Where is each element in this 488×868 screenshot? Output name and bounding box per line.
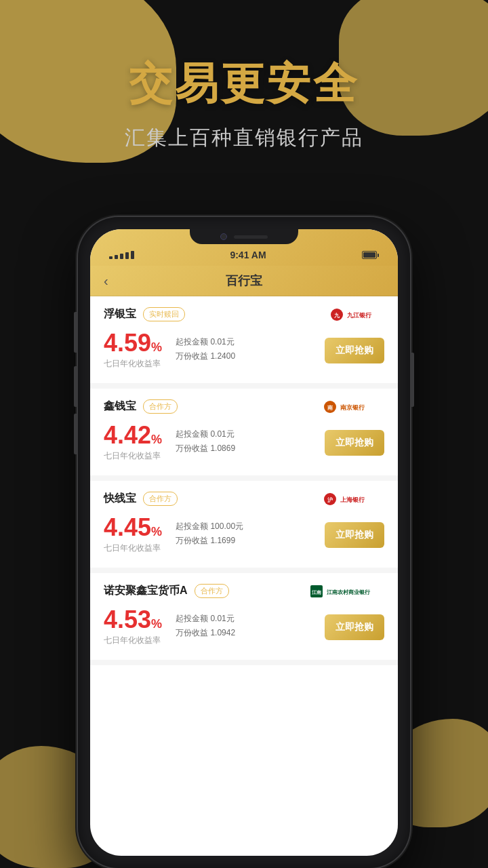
svg-text:江南: 江南 [312,589,321,595]
info-section-2: 起投金额 0.01元 万份收益 1.0869 [162,429,325,457]
product-card-4: 诺安聚鑫宝货币A 合作方 江南 江南农村商业银行 [90,573,398,660]
product-body-1: 4.59% 七日年化收益率 起投金额 0.01元 万份收益 1.2400 立即抢… [104,331,384,370]
phone-inner: 9:41 AM ‹ 百行宝 浮银宝 实时赎回 [90,229,398,856]
yield-1: 万份收益 1.2400 [176,351,311,362]
rate-value-1: 4.59% [104,331,162,355]
rate-label-4: 七日年化收益率 [104,635,162,646]
rate-section-3: 4.45% 七日年化收益率 [104,515,162,554]
buy-button-2[interactable]: 立即抢购 [325,430,384,456]
info-section-4: 起投金额 0.01元 万份收益 1.0942 [162,613,325,642]
speaker-icon [234,235,268,239]
product-tag-4: 合作方 [195,584,229,598]
rate-value-4: 4.53% [104,608,162,632]
info-section-1: 起投金额 0.01元 万份收益 1.2400 [162,336,325,365]
product-card-1: 浮银宝 实时赎回 九 九江银行 4 [90,296,398,383]
product-card-2: 鑫钱宝 合作方 南 南京银行 4. [90,389,398,475]
buy-button-1[interactable]: 立即抢购 [325,338,384,363]
yield-4: 万份收益 1.0942 [176,627,311,639]
svg-text:沪: 沪 [327,496,333,503]
nav-bar: ‹ 百行宝 [90,266,398,296]
svg-text:南: 南 [327,405,333,411]
rate-label-3: 七日年化收益率 [104,542,162,554]
hero-section: 交易更安全 汇集上百种直销银行产品 [0,54,488,152]
rate-value-2: 4.42% [104,423,162,448]
product-tag-2: 合作方 [143,399,178,414]
product-header-3: 快线宝 合作方 沪 上海银行 [104,492,384,506]
yield-3: 万份收益 1.1699 [176,535,311,547]
product-body-2: 4.42% 七日年化收益率 起投金额 0.01元 万份收益 1.0869 立即抢… [104,423,384,462]
jiangnan-bank-svg: 江南 江南农村商业银行 [310,585,384,598]
min-invest-2: 起投金额 0.01元 [176,429,311,440]
product-tag-3: 合作方 [143,492,178,506]
product-header-4: 诺安聚鑫宝货币A 合作方 江南 江南农村商业银行 [104,584,384,598]
back-button[interactable]: ‹ [104,273,108,289]
product-name-3: 快线宝 [104,492,136,506]
shanghai-bank-svg: 沪 上海银行 [323,492,384,506]
svg-text:九: 九 [333,313,340,319]
product-name-1: 浮银宝 [104,307,136,321]
phone-mockup: 9:41 AM ‹ 百行宝 浮银宝 实时赎回 [78,217,410,868]
bank-logo-1: 九 九江银行 [330,308,384,321]
rate-section-1: 4.59% 七日年化收益率 [104,331,162,370]
min-invest-4: 起投金额 0.01元 [176,613,311,625]
svg-text:江南农村商业银行: 江南农村商业银行 [327,589,371,595]
rate-label-2: 七日年化收益率 [104,450,162,462]
yield-2: 万份收益 1.0869 [176,443,311,454]
product-header-2: 鑫钱宝 合作方 南 南京银行 [104,399,384,414]
product-body-4: 4.53% 七日年化收益率 起投金额 0.01元 万份收益 1.0942 立即抢… [104,608,384,646]
info-section-3: 起投金额 100.00元 万份收益 1.1699 [162,521,325,549]
product-card-3: 快线宝 合作方 沪 上海银行 4. [90,481,398,568]
buy-button-3[interactable]: 立即抢购 [325,522,384,548]
battery-icon [362,251,379,259]
hero-subtitle: 汇集上百种直销银行产品 [0,124,488,152]
bank-logo-2: 南 南京银行 [323,400,384,414]
nanjing-bank-svg: 南 南京银行 [323,400,384,414]
svg-text:南京银行: 南京银行 [340,403,365,411]
product-body-3: 4.45% 七日年化收益率 起投金额 100.00元 万份收益 1.1699 立… [104,515,384,554]
rate-value-3: 4.45% [104,515,162,540]
signal-icon [109,251,134,259]
rate-label-1: 七日年化收益率 [104,358,162,370]
phone-notch [190,229,298,244]
hero-title: 交易更安全 [0,54,488,113]
buy-button-4[interactable]: 立即抢购 [325,614,384,640]
rate-section-4: 4.53% 七日年化收益率 [104,608,162,646]
rate-section-2: 4.42% 七日年化收益率 [104,423,162,462]
jiujiang-bank-svg: 九 九江银行 [330,308,384,321]
min-invest-3: 起投金额 100.00元 [176,521,311,532]
bank-logo-3: 沪 上海银行 [323,492,384,506]
svg-text:九江银行: 九江银行 [346,312,372,319]
min-invest-1: 起投金额 0.01元 [176,336,311,348]
svg-text:上海银行: 上海银行 [340,496,365,503]
phone-outer: 9:41 AM ‹ 百行宝 浮银宝 实时赎回 [78,217,410,868]
product-name-4: 诺安聚鑫宝货币A [104,584,188,598]
product-name-2: 鑫钱宝 [104,399,136,414]
content-scroll[interactable]: 浮银宝 实时赎回 九 九江银行 4 [90,296,398,665]
product-tag-1: 实时赎回 [143,307,185,321]
nav-title: 百行宝 [226,273,262,289]
bank-logo-4: 江南 江南农村商业银行 [310,585,384,598]
product-header-1: 浮银宝 实时赎回 九 九江银行 [104,307,384,321]
status-time: 9:41 AM [230,250,266,260]
camera-icon [220,233,227,240]
